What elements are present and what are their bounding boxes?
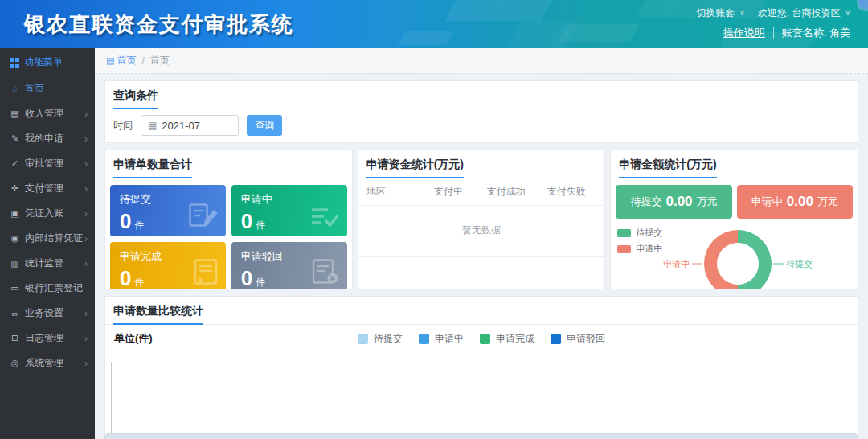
sidebar-item-voucher-entry[interactable]: ▣ 凭证入账 › <box>0 201 95 226</box>
legend-swatch <box>617 229 631 237</box>
chevron-right-icon: › <box>84 258 88 269</box>
stat-card: 申请完成 0 件 <box>110 242 226 289</box>
funds-column-header: 支付中 <box>421 185 476 199</box>
time-label: 时间 <box>113 119 133 133</box>
header-decoration <box>444 0 552 21</box>
query-panel-title: 查询条件 <box>105 81 858 109</box>
stat-card-unit: 件 <box>256 219 265 232</box>
link-icon: ∞ <box>10 309 20 318</box>
chevron-right-icon: › <box>84 308 88 319</box>
query-panel: 查询条件 时间 ▦ 2021-07 查询 <box>104 80 858 143</box>
gear-icon: ◎ <box>10 358 20 368</box>
legend-label: 待提交 <box>374 332 403 346</box>
sidebar-item-income[interactable]: ▤ 收入管理 › <box>0 101 95 126</box>
legend-label: 申请中 <box>435 332 464 346</box>
account-name-text: 账套名称: 角美 <box>782 26 850 40</box>
sidebar-item-payment[interactable]: ✛ 支付管理 › <box>0 176 95 201</box>
breadcrumb: ▤ 首页 / 首页 <box>95 48 868 74</box>
doc-icon <box>194 259 218 288</box>
legend-label: 待提交 <box>636 227 662 239</box>
funds-column-header: 地区 <box>366 185 421 199</box>
switch-account-link[interactable]: 切换账套 <box>696 6 735 20</box>
briefcase-icon: ▣ <box>10 208 20 219</box>
legend-swatch <box>480 334 490 344</box>
donut-chart-zone: 待提交 申请中 申请中 待提交 <box>611 222 858 289</box>
legend-label: 申请中 <box>636 243 662 255</box>
stat-card: 待提交 0 件 <box>110 185 226 236</box>
check-icon: ✓ <box>10 158 20 169</box>
chevron-right-icon: › <box>84 358 88 369</box>
donut-label-left: 申请中 <box>663 259 690 269</box>
bar-chart-legend: 待提交 申请中 申请完成 申请驳回 <box>358 332 605 346</box>
sidebar-item-log-mgmt[interactable]: ⊡ 日志管理 › <box>0 326 95 351</box>
apply-funds-title: 申请资金统计(万元) <box>358 150 605 178</box>
time-month-input[interactable]: ▦ 2021-07 <box>141 115 239 136</box>
sidebar-item-approval[interactable]: ✓ 审批管理 › <box>0 151 95 176</box>
target-icon: ◉ <box>10 233 20 244</box>
search-button[interactable]: 查询 <box>247 115 282 136</box>
document-icon: ▤ <box>10 109 20 119</box>
amount-badge: 申请中 0.00 万元 <box>737 185 853 219</box>
legend-swatch <box>358 334 368 344</box>
donut-slice-applying[interactable] <box>704 230 738 289</box>
legend-item[interactable]: 申请中 <box>419 332 464 346</box>
sidebar-item-stats-monitor[interactable]: ▥ 统计监管 › <box>0 251 95 276</box>
empty-data-text: 暂无数据 <box>358 206 605 257</box>
apply-amount-title: 申请金额统计(万元) <box>611 150 858 178</box>
legend-item[interactable]: 申请驳回 <box>551 332 605 346</box>
calendar-icon: ▦ <box>148 120 157 131</box>
cross-icon: ✛ <box>10 183 20 194</box>
sidebar-nav: ☆ 首页 › ▤ 收入管理 › ✎ 我的申请 › ✓ 审批管理 › ✛ 支付管理… <box>0 76 95 375</box>
sidebar-item-home[interactable]: ☆ 首页 › <box>0 76 95 101</box>
sidebar-item-biz-settings[interactable]: ∞ 业务设置 › <box>0 301 95 326</box>
bar-chart-plot-area <box>111 362 854 439</box>
app-title: 银农直联资金支付审批系统 <box>24 10 294 39</box>
sidebar-menu-header[interactable]: 功能菜单 <box>0 48 95 76</box>
stat-card-unit: 件 <box>134 276 144 289</box>
donut-label-right: 待提交 <box>786 259 813 269</box>
amount-badge-label: 申请中 <box>751 195 783 209</box>
chevron-right-icon: › <box>84 133 88 145</box>
header-decoration <box>506 21 579 48</box>
chevron-right-icon: › <box>84 183 88 195</box>
horizontal-scrollbar[interactable] <box>104 433 858 439</box>
stat-card: 申请中 0 件 <box>231 185 347 236</box>
edit-doc-icon <box>189 203 218 231</box>
amount-badges: 待提交 0.00 万元 申请中 0.00 万元 <box>611 178 858 219</box>
apply-funds-panel: 申请资金统计(万元) 地区支付中支付成功支付失败 暂无数据 <box>358 150 606 289</box>
app-root: 银农直联资金支付审批系统 切换账套 ∨ 欢迎您, 台商投资区 ∨ 操作说明 账套… <box>0 0 868 439</box>
legend-item[interactable]: 待提交 <box>617 227 662 239</box>
sidebar-item-bank-draft[interactable]: ▭ 银行汇票登记 › <box>0 276 95 301</box>
stat-card-value: 0 <box>241 268 252 289</box>
chevron-right-icon: › <box>84 158 88 170</box>
sidebar-item-sys-mgmt[interactable]: ◎ 系统管理 › <box>0 351 95 375</box>
legend-swatch <box>617 245 631 253</box>
funds-column-header: 支付失败 <box>536 185 596 199</box>
legend-swatch <box>419 334 429 344</box>
donut-legend: 待提交 申请中 <box>617 227 662 259</box>
amount-badge-unit: 万元 <box>697 195 718 209</box>
page-icon: ▤ <box>106 55 114 66</box>
operation-guide-link[interactable]: 操作说明 <box>723 26 765 40</box>
legend-item[interactable]: 申请中 <box>617 243 662 255</box>
legend-item[interactable]: 申请完成 <box>480 332 534 346</box>
floating-help-button[interactable] <box>858 0 868 10</box>
main-content: ▤ 首页 / 首页 查询条件 时间 ▦ 2021-07 查询 <box>95 48 868 439</box>
chevron-down-icon[interactable]: ∨ <box>845 9 850 17</box>
stat-card-unit: 件 <box>256 276 265 289</box>
stat-cards-grid: 待提交 0 件 申请中 0 件 申请完成 0 件 申请驳回 0 件 <box>105 178 352 289</box>
sidebar-item-internal-settle[interactable]: ◉ 内部结算凭证 › <box>0 226 95 251</box>
chevron-right-icon: › <box>84 109 88 120</box>
apply-count-title: 申请单数量合计 <box>105 150 352 178</box>
compare-panel: 申请数量比较统计 单位(件) 待提交 申请中 申请完成 申请驳回 <box>104 296 858 439</box>
sidebar-item-my-apply[interactable]: ✎ 我的申请 › <box>0 126 95 151</box>
donut-slice-pending-submit[interactable] <box>738 230 772 289</box>
breadcrumb-home-link[interactable]: ▤ 首页 <box>106 54 136 68</box>
welcome-text[interactable]: 欢迎您, 台商投资区 <box>758 6 841 20</box>
legend-item[interactable]: 待提交 <box>358 332 403 346</box>
amount-badge: 待提交 0.00 万元 <box>616 185 731 219</box>
stat-card: 申请驳回 0 件 <box>231 242 347 289</box>
chevron-down-icon[interactable]: ∨ <box>739 9 745 17</box>
chevron-right-icon: › <box>84 233 88 244</box>
amount-badge-value: 0.00 <box>787 194 813 210</box>
